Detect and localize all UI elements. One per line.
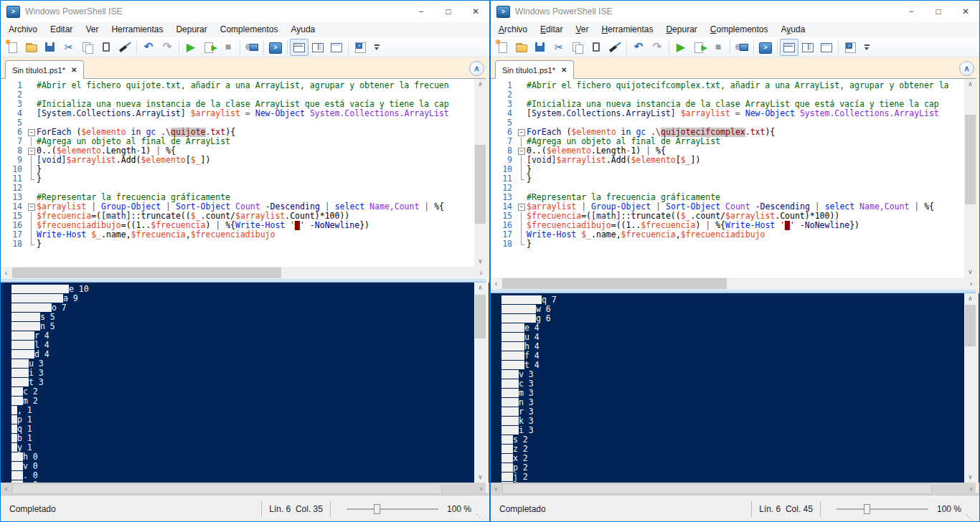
editor-horizontal-scrollbar[interactable]: ‹ › [491,277,979,290]
zoom-slider-thumb[interactable] [374,504,380,514]
scrollbar-thumb[interactable] [12,483,442,494]
open-script-button[interactable] [512,39,531,56]
menu-item-ayuda[interactable]: Ayuda [284,22,321,37]
menu-item-editar[interactable]: Editar [534,22,569,37]
resize-grip[interactable]: ⋱ [476,512,484,522]
toolbar-overflow-button[interactable] [371,39,382,56]
paste-button[interactable] [97,39,116,56]
scrollbar-thumb[interactable] [12,267,281,278]
cut-button[interactable]: ✂ [550,39,568,56]
save-button[interactable] [41,39,60,56]
undo-button[interactable]: ↶ [139,39,158,56]
menu-item-ver[interactable]: Ver [79,22,105,37]
scrollbar-thumb[interactable] [502,278,727,289]
new-remote-powershell-tab-button[interactable] [732,39,751,56]
new-powershell-tab-button[interactable] [351,39,369,56]
title-bar[interactable]: > Windows PowerShell ISE − □ ✕ [1,1,489,22]
close-button[interactable]: ✕ [462,1,489,22]
new-script-button[interactable] [494,39,512,56]
stop-operation-button[interactable]: ■ [709,39,727,56]
scroll-right-icon[interactable]: › [476,267,486,279]
open-script-button[interactable] [22,39,41,56]
new-script-button[interactable] [4,39,22,56]
clear-console-button[interactable] [606,39,624,56]
scrollbar-thumb[interactable] [475,295,486,338]
menu-item-depurar[interactable]: Depurar [169,22,213,37]
run-selection-button[interactable] [200,39,219,56]
fold-collapse-icon[interactable]: − [28,148,35,155]
menu-item-archivo[interactable]: Archivo [492,22,534,37]
menu-item-complementos[interactable]: Complementos [704,22,775,37]
toolbar-overflow-button[interactable] [861,39,872,56]
zoom-slider[interactable] [347,508,438,510]
redo-button[interactable]: ↷ [648,39,666,56]
new-powershell-tab-button[interactable] [841,39,859,56]
clear-console-button[interactable] [116,39,134,56]
editor-vertical-scrollbar[interactable]: ∧ ∨ [474,79,486,267]
zoom-slider[interactable] [837,508,928,510]
scroll-right-icon[interactable]: › [476,483,486,495]
editor-vertical-scrollbar[interactable]: ∧ ∨ [964,79,976,277]
save-button[interactable] [531,39,550,56]
script-pane-right-button[interactable] [798,39,817,56]
fold-column[interactable]: − [518,146,527,156]
copy-button[interactable] [568,39,587,56]
close-button[interactable]: ✕ [952,1,979,22]
scroll-right-icon[interactable]: › [966,483,976,495]
minimize-button[interactable]: − [407,1,435,22]
zoom-slider-thumb[interactable] [864,504,870,514]
script-pane-right-button[interactable] [308,39,327,56]
scroll-left-icon[interactable]: ‹ [1,267,11,279]
scroll-up-icon[interactable]: ∧ [474,283,486,293]
cut-button[interactable]: ✂ [60,39,78,56]
editor-horizontal-scrollbar[interactable]: ‹ › [1,267,489,279]
new-remote-powershell-tab-button[interactable] [242,39,261,56]
tab-close-icon[interactable]: ✕ [71,66,77,74]
menu-item-depurar[interactable]: Depurar [659,22,703,37]
console-vertical-scrollbar[interactable]: ∧ ∨ [964,293,976,483]
fold-column[interactable]: − [28,128,37,137]
script-pane-maximized-button[interactable] [327,39,346,56]
script-pane-top-button[interactable] [290,39,308,56]
scrollbar-thumb[interactable] [965,305,976,346]
console-pane[interactable]: e 10a 9o 7s 5n 5r 4l 4d 4u 3i 3t 3c 2m 2… [1,283,489,483]
menu-item-ver[interactable]: Ver [569,22,595,37]
redo-button[interactable]: ↷ [158,39,176,56]
minimize-button[interactable]: − [897,1,925,22]
fold-column[interactable]: − [518,128,527,137]
console-vertical-scrollbar[interactable]: ∧ ∨ [474,283,486,483]
start-powershell-button[interactable]: > [266,39,285,56]
paste-button[interactable] [587,39,606,56]
fold-collapse-icon[interactable]: − [28,129,35,136]
scroll-right-icon[interactable]: › [966,277,976,290]
scrollbar-thumb[interactable] [965,115,976,204]
maximize-button[interactable]: □ [925,1,952,22]
scroll-down-icon[interactable]: ∨ [474,472,486,483]
fold-column[interactable]: − [518,202,527,212]
tab-close-icon[interactable]: ✕ [561,66,567,74]
start-powershell-button[interactable]: > [756,39,775,56]
fold-collapse-icon[interactable]: − [518,148,525,155]
collapse-script-pane-button[interactable]: ∧ [959,61,974,76]
maximize-button[interactable]: □ [435,1,462,22]
menu-item-editar[interactable]: Editar [44,22,79,37]
collapse-script-pane-button[interactable]: ∧ [469,61,484,76]
scroll-left-icon[interactable]: ‹ [491,483,501,495]
scroll-left-icon[interactable]: ‹ [1,483,11,495]
menu-item-ayuda[interactable]: Ayuda [775,22,812,37]
script-pane[interactable]: 1#Abrir el fichero quijote.txt, añadir a… [1,79,489,267]
scroll-up-icon[interactable]: ∧ [474,79,486,90]
script-tab[interactable]: Sin título1.ps1* ✕ [5,60,84,79]
scroll-down-icon[interactable]: ∨ [964,267,976,277]
stop-operation-button[interactable]: ■ [219,39,237,56]
run-script-button[interactable]: ▶ [672,39,690,56]
scroll-up-icon[interactable]: ∧ [964,79,976,90]
menu-item-complementos[interactable]: Complementos [214,22,285,37]
run-selection-button[interactable] [690,39,709,56]
fold-column[interactable]: − [28,146,37,156]
menu-item-archivo[interactable]: Archivo [2,22,44,37]
scroll-down-icon[interactable]: ∨ [964,472,976,483]
copy-button[interactable] [78,39,97,56]
fold-collapse-icon[interactable]: − [518,129,525,136]
menu-item-herramientas[interactable]: Herramientas [105,22,169,37]
